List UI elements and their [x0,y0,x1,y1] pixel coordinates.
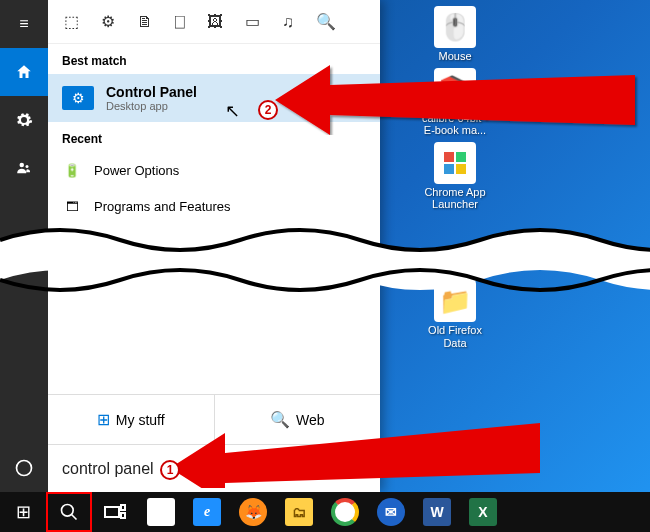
search-icon [59,502,79,522]
taskbar-store[interactable] [138,492,184,532]
desktop-icon-label: Mouse [438,50,471,62]
start-left-rail: ≡ [0,0,48,492]
filter-video-icon[interactable]: ▭ [245,12,260,31]
search-icon: 🔍 [270,410,290,429]
filter-document-icon[interactable]: 🗎 [137,13,153,31]
control-panel-icon: ⚙ [62,86,94,110]
windows-logo-icon: ⊞ [97,410,110,429]
filter-search-icon[interactable]: 🔍 [316,12,336,31]
filter-photo-icon[interactable]: 🖼 [207,13,223,31]
recent-power-options[interactable]: 🔋 Power Options [48,152,380,188]
svg-rect-8 [121,505,125,510]
taskbar-thunderbird[interactable]: ✉ [368,492,414,532]
mouse-icon: 🖱️ [434,6,476,48]
home-button[interactable] [0,48,48,96]
taskbar-ie[interactable]: e [184,492,230,532]
search-results-panel: ⬚ ⚙ 🗎 ⎕ 🖼 ▭ ♫ 🔍 Best match ⚙ Control Pan… [48,0,380,492]
svg-point-0 [20,163,25,168]
tab-label: Web [296,412,325,428]
taskbar-excel[interactable]: X [460,492,506,532]
best-match-result[interactable]: ⚙ Control Panel Desktop app [48,74,380,122]
desktop-icon-chrome-launcher[interactable]: Chrome App Launcher [415,142,495,210]
desktop-icon-calibre[interactable]: 📚 calibre 64bit - E-book ma... [415,68,495,136]
taskbar-explorer[interactable]: 🗂 [276,492,322,532]
svg-point-5 [62,505,74,517]
task-view-icon [104,504,126,520]
gear-icon [15,111,33,129]
desktop-icon-label: Old Firefox Data [415,324,495,348]
apps-icon [434,142,476,184]
filter-settings-icon[interactable]: ⚙ [101,12,115,31]
settings-button[interactable] [0,96,48,144]
best-match-heading: Best match [48,44,380,74]
start-button[interactable]: ⊞ [0,492,46,532]
search-panel-bottom: ⊞ My stuff 🔍 Web [48,394,380,492]
power-icon: 🔋 [62,160,82,180]
programs-icon: 🗔 [62,196,82,216]
recent-label: Power Options [94,163,179,178]
search-field-row [48,444,380,492]
contacts-button[interactable] [0,144,48,192]
svg-rect-9 [121,513,125,518]
taskbar: ⊞ e 🦊 🗂 ✉ W X [0,492,650,532]
search-input[interactable] [62,460,366,478]
calibre-icon: 📚 [434,68,476,110]
recent-heading: Recent [48,122,380,152]
desktop-icon-mouse[interactable]: 🖱️ Mouse [415,6,495,62]
callout-badge-2: 2 [258,100,278,120]
desktop-icon-label: calibre 64bit - E-book ma... [415,112,495,136]
svg-line-6 [72,515,77,520]
tab-web[interactable]: 🔍 Web [215,395,381,444]
hamburger-button[interactable]: ≡ [0,0,48,48]
people-icon [15,159,33,177]
home-icon [15,63,33,81]
cortana-button[interactable] [0,444,48,492]
taskbar-chrome[interactable] [322,492,368,532]
filter-music-icon[interactable]: ♫ [282,13,294,31]
filter-icon-row: ⬚ ⚙ 🗎 ⎕ 🖼 ▭ ♫ 🔍 [48,0,380,44]
desktop-icons-column: 🖱️ Mouse 📚 calibre 64bit - E-book ma... … [390,0,520,355]
filter-folder-icon[interactable]: ⎕ [175,13,185,31]
callout-badge-1: 1 [160,460,180,480]
best-match-subtitle: Desktop app [106,100,197,112]
recent-label: Programs and Features [94,199,231,214]
desktop-icon-old-firefox[interactable]: 📁 Old Firefox Data [415,280,495,348]
folder-icon: 📁 [434,280,476,322]
desktop-icon-label: Chrome App Launcher [415,186,495,210]
taskbar-word[interactable]: W [414,492,460,532]
task-view-button[interactable] [92,492,138,532]
scope-tabs: ⊞ My stuff 🔍 Web [48,394,380,444]
taskbar-search-button[interactable] [46,492,92,532]
svg-point-1 [26,165,29,168]
svg-point-2 [17,461,32,476]
best-match-title: Control Panel [106,84,197,100]
tab-label: My stuff [116,412,165,428]
recent-programs-features[interactable]: 🗔 Programs and Features [48,188,380,224]
svg-rect-7 [105,507,119,517]
cortana-icon [14,458,34,478]
mouse-cursor-icon: ↖ [225,100,240,122]
tab-my-stuff[interactable]: ⊞ My stuff [48,395,215,444]
taskbar-firefox[interactable]: 🦊 [230,492,276,532]
start-search-panel: ≡ ⬚ ⚙ 🗎 ⎕ 🖼 ▭ ♫ 🔍 Best match ⚙ [0,0,380,492]
filter-all-icon[interactable]: ⬚ [64,12,79,31]
